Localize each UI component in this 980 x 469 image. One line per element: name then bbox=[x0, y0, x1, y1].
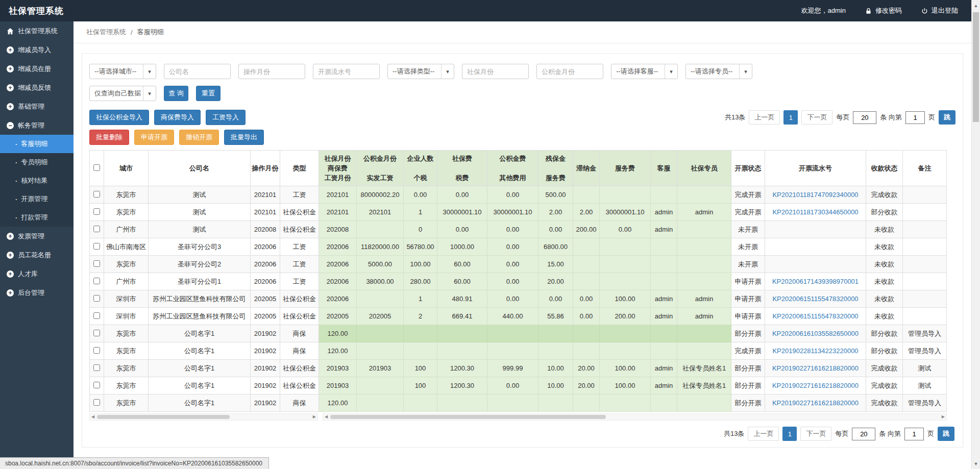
cell-znj-fee bbox=[573, 342, 600, 360]
goto-page-input[interactable] bbox=[904, 428, 924, 440]
row-select-cell bbox=[90, 342, 104, 360]
next-page-button[interactable]: 下一页 bbox=[801, 110, 832, 125]
select-all-checkbox[interactable] bbox=[93, 164, 100, 171]
cell-service-fee bbox=[600, 273, 651, 290]
sidebar-subitem-label: 客服明细 bbox=[21, 139, 47, 149]
row-checkbox[interactable] bbox=[93, 295, 100, 302]
row-checkbox[interactable] bbox=[93, 243, 100, 250]
scroll-left-icon[interactable]: ◀ bbox=[91, 415, 94, 419]
row-checkbox[interactable] bbox=[93, 330, 100, 336]
sidebar-item-member-roster[interactable]: +增减员在册 bbox=[0, 59, 74, 78]
cell-ss-fee: 60.00 bbox=[437, 273, 487, 290]
sidebar-subitem-invoicing-mgmt[interactable]: ·开票管理 bbox=[0, 190, 74, 208]
scroll-left-icon[interactable]: ◀ bbox=[325, 415, 328, 419]
change-password-button[interactable]: 修改密码 bbox=[865, 6, 902, 15]
h-scrollbar-thumb-right[interactable] bbox=[330, 415, 606, 419]
current-page[interactable]: 1 bbox=[783, 110, 798, 125]
invoice-link[interactable]: KP201902271616218820000 bbox=[772, 382, 859, 389]
breadcrumb-root[interactable]: 社保管理系统 bbox=[86, 28, 126, 37]
row-checkbox[interactable] bbox=[93, 226, 100, 232]
sidebar-subitem-check-result[interactable]: ·核对结果 bbox=[0, 171, 74, 190]
sidebar-item-employee-roster[interactable]: +员工花名册 bbox=[0, 245, 74, 264]
row-checkbox[interactable] bbox=[93, 260, 100, 267]
apply-invoice-button[interactable]: 申请开票 bbox=[134, 130, 174, 145]
cell-city: 深圳市 bbox=[104, 290, 149, 308]
scope-select[interactable]: 仅查询自己数据 ▾ bbox=[89, 86, 156, 101]
table-row: 东莞市公司名字1201902社保公积金2019031001200.300.001… bbox=[90, 377, 947, 394]
next-page-button[interactable]: 下一页 bbox=[800, 427, 831, 441]
scroll-right-icon[interactable]: ▶ bbox=[942, 415, 945, 419]
sidebar-item-invoice-mgmt[interactable]: +发票管理 bbox=[0, 227, 74, 245]
import-commercial-button[interactable]: 商保费导入 bbox=[154, 110, 201, 125]
row-checkbox[interactable] bbox=[93, 208, 100, 215]
invoice-no-input[interactable] bbox=[313, 64, 380, 79]
page-scrollbar[interactable]: ▲ ▼ bbox=[971, 0, 980, 469]
invoice-link[interactable]: KP202101181730344650000 bbox=[772, 208, 858, 216]
reset-button[interactable]: 重置 bbox=[196, 86, 220, 101]
cell-ss-fee bbox=[437, 342, 487, 360]
row-checkbox[interactable] bbox=[93, 364, 100, 371]
per-page-input[interactable] bbox=[853, 111, 876, 124]
invoice-link[interactable]: KP202006151155478320000 bbox=[772, 295, 858, 303]
jump-button[interactable]: 跳 bbox=[939, 110, 955, 125]
company-input[interactable] bbox=[164, 64, 231, 79]
invoice-link[interactable]: KP201902271616218820000 bbox=[772, 399, 859, 407]
fund-month-input[interactable] bbox=[536, 64, 603, 79]
jump-button[interactable]: 跳 bbox=[938, 427, 954, 441]
ss-month-input[interactable] bbox=[462, 64, 529, 79]
kefu-select[interactable]: --请选择客服--▾ bbox=[611, 64, 678, 79]
invoice-link[interactable]: KP202101181747092340000 bbox=[772, 191, 858, 199]
h-scrollbar-thumb-left[interactable] bbox=[97, 415, 230, 419]
sidebar-subitem-label: 打款管理 bbox=[21, 213, 47, 222]
sidebar-item-backend-mgmt[interactable]: +后台管理 bbox=[0, 283, 74, 302]
search-button[interactable]: 查 询 bbox=[164, 86, 188, 101]
bullet-icon: · bbox=[15, 159, 17, 166]
invoice-link[interactable]: KP202006161035582650000 bbox=[772, 330, 859, 337]
specialist-select[interactable]: --请选择专员--▾ bbox=[685, 64, 752, 79]
sidebar-item-account-mgmt[interactable]: −帐务管理 bbox=[0, 116, 74, 135]
batch-delete-button[interactable]: 批量删除 bbox=[89, 130, 129, 145]
cancel-invoice-button[interactable]: 撤销开票 bbox=[179, 130, 219, 145]
sidebar-subitem-label: 专员明细 bbox=[21, 158, 47, 167]
sidebar-item-basic-mgmt[interactable]: +基础管理 bbox=[0, 97, 74, 116]
cell-invoice-status: 未开票 bbox=[731, 221, 765, 238]
city-select[interactable]: --请选择城市--▾ bbox=[89, 64, 156, 79]
row-checkbox[interactable] bbox=[93, 191, 100, 198]
prev-page-button[interactable]: 上一页 bbox=[749, 110, 780, 125]
type-select[interactable]: --请选择类型--▾ bbox=[387, 64, 454, 79]
goto-page-input[interactable] bbox=[905, 111, 925, 124]
logout-button[interactable]: 退出登陆 bbox=[921, 6, 958, 15]
current-page[interactable]: 1 bbox=[782, 427, 797, 441]
import-ss-fund-button[interactable]: 社保公积金导入 bbox=[89, 110, 149, 125]
invoice-link[interactable]: KP202006171439398970001 bbox=[772, 278, 859, 285]
op-month-input[interactable] bbox=[238, 64, 305, 79]
cell-kefu bbox=[651, 186, 677, 204]
batch-export-button[interactable]: 批量导出 bbox=[224, 130, 264, 145]
row-checkbox[interactable] bbox=[93, 278, 100, 284]
per-page-input[interactable] bbox=[852, 428, 875, 440]
scroll-down-icon[interactable]: ▼ bbox=[972, 461, 980, 466]
import-salary-button[interactable]: 工资导入 bbox=[206, 110, 246, 125]
row-checkbox[interactable] bbox=[93, 399, 100, 406]
sidebar-subitem-payment-mgmt[interactable]: ·打款管理 bbox=[0, 208, 74, 227]
sidebar-item-member-import[interactable]: +增减员导入 bbox=[0, 40, 74, 59]
sidebar-item-home[interactable]: 社保管理系统 bbox=[0, 21, 74, 40]
row-checkbox[interactable] bbox=[93, 312, 100, 319]
page-scrollbar-thumb[interactable] bbox=[973, 12, 979, 122]
sidebar-item-talent-pool[interactable]: +人才库 bbox=[0, 264, 74, 283]
sidebar-item-member-feedback[interactable]: +增减员反馈 bbox=[0, 78, 74, 97]
invoice-link[interactable]: KP201902271616218820000 bbox=[772, 364, 859, 372]
sidebar-subitem-specialist-detail[interactable]: ·专员明细 bbox=[0, 153, 74, 171]
sidebar-subitem-kefu-detail[interactable]: ·客服明细 bbox=[0, 135, 74, 153]
cell-fund-month bbox=[357, 325, 404, 342]
row-checkbox[interactable] bbox=[93, 382, 100, 388]
h-scrollbar-left[interactable]: ◀ ▶ bbox=[89, 413, 318, 421]
scroll-up-icon[interactable]: ▲ bbox=[972, 3, 980, 8]
invoice-link[interactable]: KP202006151155478320000 bbox=[772, 312, 858, 320]
invoice-link[interactable]: KP201902281134223220000 bbox=[772, 347, 858, 355]
prev-page-button[interactable]: 上一页 bbox=[748, 427, 779, 441]
scroll-right-icon[interactable]: ▶ bbox=[313, 415, 316, 419]
h-scrollbar-right[interactable]: ◀ ▶ bbox=[323, 413, 947, 421]
row-checkbox[interactable] bbox=[93, 347, 100, 354]
cell-specialist: 社保专员姓名1 bbox=[677, 377, 731, 394]
